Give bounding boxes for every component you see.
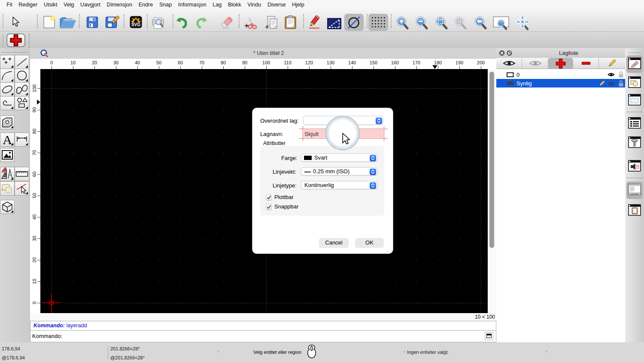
svg-text:70: 70 (199, 60, 204, 65)
svg-text:100: 100 (262, 60, 270, 65)
svg-text:100: 100 (32, 84, 37, 92)
svg-text:0: 0 (50, 60, 53, 65)
svg-text:10: 10 (32, 279, 37, 284)
svg-text:90: 90 (242, 60, 247, 65)
svg-text:90: 90 (32, 107, 37, 112)
svg-text:200: 200 (477, 60, 485, 65)
svg-text:80: 80 (221, 60, 226, 65)
svg-text:SVG: SVG (131, 22, 140, 27)
svg-text:180: 180 (434, 60, 442, 65)
svg-text:10: 10 (70, 60, 76, 65)
svg-text:60: 60 (178, 60, 183, 65)
svg-text:50: 50 (32, 193, 37, 198)
svg-text:110: 110 (284, 60, 292, 65)
svg-text:40: 40 (135, 60, 140, 65)
svg-text:30: 30 (32, 236, 37, 241)
svg-text:40: 40 (32, 214, 37, 220)
svg-text:160: 160 (391, 60, 399, 65)
svg-text:command: command (630, 193, 639, 195)
svg-text:20: 20 (32, 257, 37, 262)
svg-text:150: 150 (370, 60, 377, 65)
svg-text:50: 50 (156, 60, 161, 65)
svg-text:70: 70 (32, 150, 37, 155)
svg-text:170: 170 (413, 60, 420, 65)
svg-text:20: 20 (92, 60, 97, 65)
svg-text:140: 140 (348, 60, 356, 65)
svg-text:30: 30 (113, 60, 118, 65)
svg-text:190: 190 (456, 60, 463, 65)
svg-text:60: 60 (32, 172, 37, 177)
svg-text:80: 80 (32, 129, 37, 134)
svg-text:0: 0 (32, 302, 37, 304)
svg-text:120: 120 (305, 60, 313, 65)
svg-text:130: 130 (327, 60, 334, 65)
